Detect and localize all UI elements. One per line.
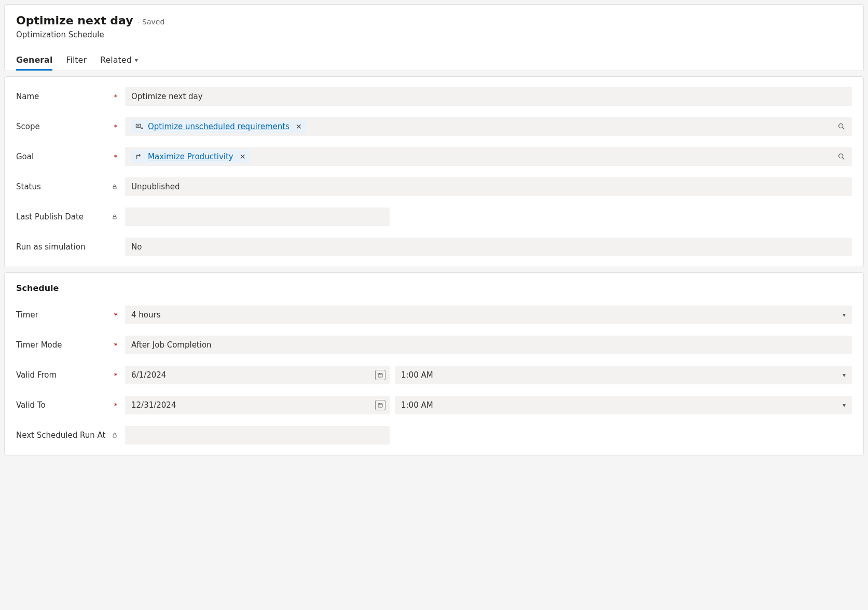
field-label: Valid From [16,370,57,380]
field-label: Status [16,182,41,191]
valid-from-date-input[interactable]: 6/1/2024 [125,366,390,384]
field-label: Goal [16,152,34,161]
status-input: Unpublished [125,177,852,196]
section-general: Name * Optimize next day Scope * [4,76,864,267]
form-header: Optimize next day - Saved Optimization S… [4,4,864,71]
clear-lookup-icon[interactable]: ✕ [296,122,302,131]
scope-entity-icon [135,123,144,130]
input-value: After Job Completion [131,340,212,350]
run-as-simulation-input[interactable]: No [125,238,852,256]
svg-rect-7 [113,435,116,438]
required-indicator-icon: * [112,153,120,161]
tab-general[interactable]: General [16,51,52,71]
chevron-down-icon: ▾ [843,401,846,409]
required-indicator-icon: * [112,123,120,131]
search-icon[interactable] [837,152,846,161]
last-publish-date-input [125,207,390,226]
form-tabs: General Filter Related ▾ [16,51,852,71]
tab-filter[interactable]: Filter [66,51,87,71]
field-label: Timer Mode [16,340,62,350]
scope-lookup[interactable]: Optimize unscheduled requirements ✕ [125,117,852,136]
required-indicator-icon: * [112,401,120,409]
goal-lookup[interactable]: Maximize Productivity ✕ [125,147,852,166]
save-status: - Saved [137,18,165,26]
field-goal: Goal * Maximize Productivity ✕ [16,147,852,166]
input-value: 12/31/2024 [131,400,176,410]
svg-rect-3 [113,187,116,189]
field-run-as-simulation: Run as simulation No [16,238,852,256]
page-title: Optimize next day [16,14,133,27]
field-label: Valid To [16,400,46,410]
field-label: Run as simulation [16,242,86,252]
section-schedule: Schedule Timer * 4 hours ▾ Timer Mode * … [4,272,864,455]
tab-label: Filter [66,55,87,65]
required-indicator-icon: * [112,341,120,349]
field-label: Next Scheduled Run At [16,431,105,440]
svg-point-2 [839,154,843,158]
chevron-down-icon: ▾ [135,57,138,64]
input-value: No [131,242,142,252]
required-indicator-icon: * [112,93,120,101]
field-label: Name [16,92,39,101]
lock-icon [112,184,120,190]
calendar-icon[interactable] [375,400,385,410]
chevron-down-icon: ▾ [843,371,846,379]
next-run-input [125,426,390,445]
field-label: Scope [16,122,40,131]
lookup-link[interactable]: Optimize unscheduled requirements [148,122,290,131]
field-scope: Scope * Optimize unscheduled requirement… [16,117,852,136]
field-timer-mode: Timer Mode * After Job Completion [16,336,852,354]
calendar-icon[interactable] [375,370,385,380]
entity-name: Optimization Schedule [16,30,852,39]
input-value: 6/1/2024 [131,370,166,380]
tab-label: General [16,55,52,65]
field-last-publish-date: Last Publish Date [16,207,852,226]
section-title: Schedule [16,283,852,293]
field-label: Last Publish Date [16,212,84,221]
field-valid-to: Valid To * 12/31/2024 1:00 AM ▾ [16,396,852,414]
input-value: Unpublished [131,182,180,191]
field-next-scheduled-run: Next Scheduled Run At [16,426,852,445]
tab-label: Related [100,55,132,65]
required-indicator-icon: * [112,311,120,319]
svg-point-1 [839,124,843,128]
input-value: 4 hours [131,310,160,320]
valid-to-date-input[interactable]: 12/31/2024 [125,396,390,414]
input-value: 1:00 AM [401,370,433,380]
svg-rect-5 [378,373,382,377]
timer-select[interactable]: 4 hours ▾ [125,306,852,324]
field-label: Timer [16,310,38,320]
valid-from-time-select[interactable]: 1:00 AM ▾ [395,366,852,384]
lock-icon [112,432,120,438]
lookup-link[interactable]: Maximize Productivity [148,152,233,161]
svg-rect-6 [378,404,382,407]
search-icon[interactable] [837,122,846,131]
lookup-tag: Optimize unscheduled requirements ✕ [131,120,306,133]
timer-mode-input[interactable]: After Job Completion [125,336,852,354]
name-input[interactable]: Optimize next day [125,87,852,106]
field-name: Name * Optimize next day [16,87,852,106]
clear-lookup-icon[interactable]: ✕ [240,152,246,161]
valid-to-time-select[interactable]: 1:00 AM ▾ [395,396,852,414]
goal-entity-icon [135,153,144,160]
lookup-tag: Maximize Productivity ✕ [131,150,250,163]
chevron-down-icon: ▾ [843,311,846,318]
required-indicator-icon: * [112,371,120,379]
field-valid-from: Valid From * 6/1/2024 1:00 AM ▾ [16,366,852,384]
field-status: Status Unpublished [16,177,852,196]
lock-icon [112,214,120,220]
tab-related[interactable]: Related ▾ [100,51,138,71]
svg-rect-4 [113,217,116,219]
field-timer: Timer * 4 hours ▾ [16,306,852,324]
input-value: Optimize next day [131,92,203,101]
input-value: 1:00 AM [401,400,433,410]
